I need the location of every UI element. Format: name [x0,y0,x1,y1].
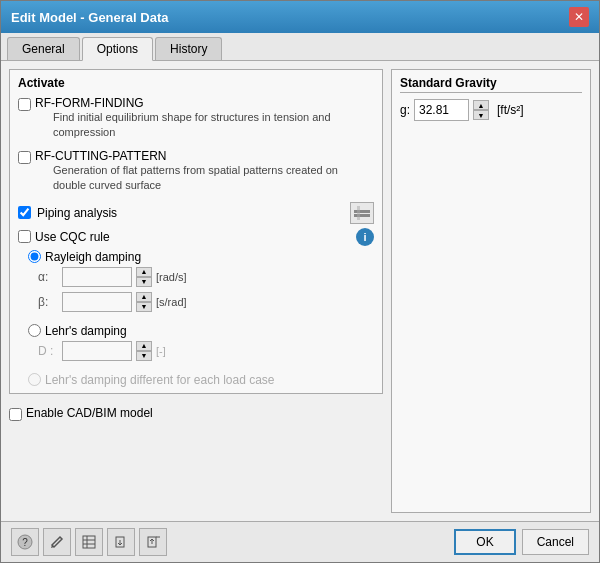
lehrs-damping-label: Lehr's damping [45,324,127,338]
rf-form-finding-checkbox[interactable] [18,98,31,111]
gravity-unit: [ft/s²] [497,103,524,117]
use-cqc-checkbox[interactable] [18,230,31,243]
rf-form-finding-item: RF-FORM-FINDING Find initial equilibrium… [18,96,374,141]
export-icon-button[interactable] [107,528,135,556]
alpha-spinner: ▲ ▼ [136,267,152,287]
beta-down-button[interactable]: ▼ [136,302,152,312]
edit-icon-button[interactable] [43,528,71,556]
content-area: Activate RF-FORM-FINDING Find initial eq… [1,61,599,521]
standard-gravity-section: Standard Gravity g: 32.81 ▲ ▼ [ft/s²] [391,69,591,513]
damping-section: Rayleigh damping α: ▲ ▼ [rad/s] [28,250,374,387]
left-panel: Activate RF-FORM-FINDING Find initial eq… [9,69,383,513]
svg-rect-1 [354,214,370,217]
bottom-buttons: OK Cancel [454,529,589,555]
rayleigh-damping-radio-label[interactable]: Rayleigh damping [28,250,374,264]
close-button[interactable]: ✕ [569,7,589,27]
cad-bim-row: Enable CAD/BIM model [9,406,383,425]
lehrs-different-radio[interactable] [28,373,41,386]
import-icon-button[interactable] [139,528,167,556]
svg-text:?: ? [22,537,28,548]
alpha-up-button[interactable]: ▲ [136,267,152,277]
activate-title: Activate [18,76,374,90]
lehrs-damping-radio-label[interactable]: Lehr's damping [28,324,374,338]
d-spinner: ▲ ▼ [136,341,152,361]
d-up-button[interactable]: ▲ [136,341,152,351]
d-row: D : ▲ ▼ [-] [38,341,374,361]
rf-cutting-pattern-checkbox[interactable] [18,151,31,164]
bottom-bar: ? [1,521,599,562]
d-label: D : [38,344,58,358]
d-input[interactable] [62,341,132,361]
gravity-down-button[interactable]: ▼ [473,110,489,120]
cad-bim-text: Enable CAD/BIM model [26,406,153,420]
rayleigh-damping-radio[interactable] [28,250,41,263]
title-bar: Edit Model - General Data ✕ [1,1,599,33]
gravity-row: g: 32.81 ▲ ▼ [ft/s²] [400,99,582,121]
window-title: Edit Model - General Data [11,10,168,25]
rf-cutting-pattern-sublabel: Generation of flat patterns from spatial… [53,163,374,194]
beta-label: β: [38,295,58,309]
tab-options[interactable]: Options [82,37,153,61]
d-unit: [-] [156,345,166,357]
tab-bar: General Options History [1,33,599,61]
alpha-down-button[interactable]: ▼ [136,277,152,287]
piping-icon-button[interactable] [350,202,374,224]
help-icon-button[interactable]: ? [11,528,39,556]
beta-unit: [s/rad] [156,296,187,308]
use-cqc-row: Use CQC rule i [18,228,374,246]
piping-analysis-checkbox[interactable] [18,206,31,219]
info-button[interactable]: i [356,228,374,246]
main-window: Edit Model - General Data ✕ General Opti… [0,0,600,563]
rayleigh-damping-label: Rayleigh damping [45,250,141,264]
use-cqc-label: Use CQC rule [35,230,110,244]
svg-rect-5 [83,536,95,548]
svg-rect-2 [357,206,360,220]
alpha-input[interactable] [62,267,132,287]
tab-general[interactable]: General [7,37,80,60]
ok-button[interactable]: OK [454,529,515,555]
rf-form-finding-label: RF-FORM-FINDING [35,96,374,110]
right-panel: Standard Gravity g: 32.81 ▲ ▼ [ft/s²] [391,69,591,513]
piping-analysis-label: Piping analysis [37,206,117,220]
beta-up-button[interactable]: ▲ [136,292,152,302]
beta-row: β: ▲ ▼ [s/rad] [38,292,374,312]
cad-bim-label[interactable]: Enable CAD/BIM model [9,406,383,421]
g-label: g: [400,103,410,117]
bottom-icons: ? [11,528,167,556]
rf-cutting-pattern-item: RF-CUTTING-PATTERN Generation of flat pa… [18,149,374,194]
alpha-row: α: ▲ ▼ [rad/s] [38,267,374,287]
rf-cutting-pattern-label: RF-CUTTING-PATTERN [35,149,374,163]
piping-analysis-row: Piping analysis [18,202,374,224]
lehrs-different-label: Lehr's damping different for each load c… [45,373,275,387]
activate-section: Activate RF-FORM-FINDING Find initial eq… [9,69,383,394]
cancel-button[interactable]: Cancel [522,529,589,555]
alpha-unit: [rad/s] [156,271,187,283]
beta-input[interactable] [62,292,132,312]
tab-history[interactable]: History [155,37,222,60]
alpha-label: α: [38,270,58,284]
lehrs-damping-radio[interactable] [28,324,41,337]
beta-spinner: ▲ ▼ [136,292,152,312]
gravity-spinners: ▲ ▼ [473,100,489,120]
gravity-up-button[interactable]: ▲ [473,100,489,110]
rf-form-finding-sublabel: Find initial equilibrium shape for struc… [53,110,374,141]
gravity-input[interactable] [414,99,469,121]
standard-gravity-title: Standard Gravity [400,76,582,93]
d-down-button[interactable]: ▼ [136,351,152,361]
cad-bim-checkbox[interactable] [9,408,22,421]
table-icon-button[interactable] [75,528,103,556]
lehrs-different-radio-label[interactable]: Lehr's damping different for each load c… [28,373,374,387]
svg-rect-0 [354,210,370,213]
